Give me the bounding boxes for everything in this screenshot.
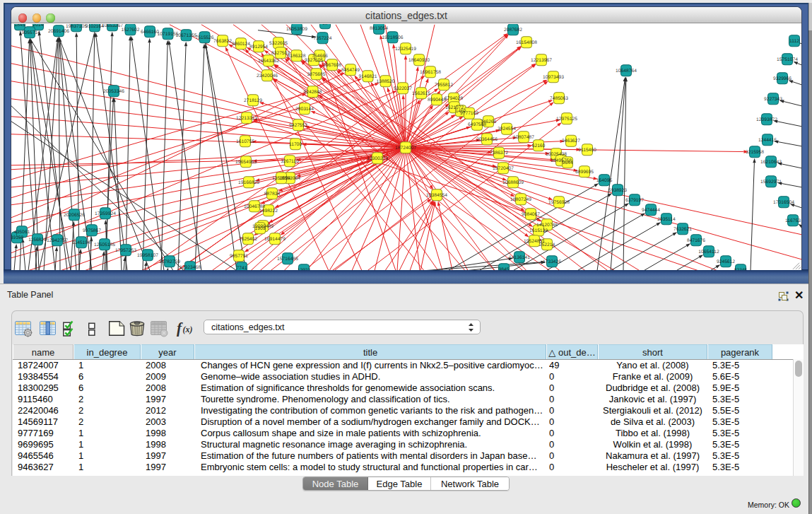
svg-text:1527602: 1527602 xyxy=(121,27,139,32)
svg-text:9084067: 9084067 xyxy=(522,211,540,216)
svg-text:6497568: 6497568 xyxy=(468,122,486,127)
svg-text:15716485: 15716485 xyxy=(277,256,298,261)
svg-text:12213313: 12213313 xyxy=(236,115,257,120)
svg-text:39159: 39159 xyxy=(11,235,24,240)
svg-text:19958107: 19958107 xyxy=(137,252,158,257)
svg-text:1244415: 1244415 xyxy=(758,137,777,142)
svg-text:1498222: 1498222 xyxy=(259,208,278,213)
svg-text:12325419: 12325419 xyxy=(395,46,416,51)
svg-text:20364456: 20364456 xyxy=(476,136,498,141)
svg-text:3824554: 3824554 xyxy=(498,127,516,132)
svg-text:1909: 1909 xyxy=(255,226,266,230)
svg-text:3267110: 3267110 xyxy=(281,158,299,163)
svg-text:8813054: 8813054 xyxy=(370,26,388,31)
svg-text:9474444: 9474444 xyxy=(642,207,660,212)
svg-text:6794028: 6794028 xyxy=(445,96,463,101)
svg-text:20053346: 20053346 xyxy=(103,88,124,93)
svg-text:19654963: 19654963 xyxy=(235,159,257,164)
svg-text:5938923: 5938923 xyxy=(608,187,627,192)
svg-text:252214: 252214 xyxy=(539,242,555,247)
svg-text:19837105: 19837105 xyxy=(66,24,87,29)
svg-text:754666: 754666 xyxy=(312,53,328,58)
svg-text:9327505: 9327505 xyxy=(305,57,323,62)
svg-text:1112: 1112 xyxy=(789,38,799,43)
svg-text:18640910: 18640910 xyxy=(408,57,430,62)
svg-text:15751074: 15751074 xyxy=(777,57,798,62)
svg-text:6466160: 6466160 xyxy=(141,29,159,34)
svg-text:2967608: 2967608 xyxy=(323,62,341,67)
svg-text:18724007: 18724007 xyxy=(395,145,416,150)
svg-text:3215958: 3215958 xyxy=(746,149,764,154)
svg-text:1733426: 1733426 xyxy=(543,259,561,264)
svg-text:9463627: 9463627 xyxy=(562,139,580,144)
svg-text:7632621: 7632621 xyxy=(673,226,692,231)
svg-text:19300273: 19300273 xyxy=(367,156,388,160)
svg-text:18807249: 18807249 xyxy=(510,197,531,201)
svg-text:17359924: 17359924 xyxy=(95,211,116,216)
svg-text:7485063: 7485063 xyxy=(550,95,568,100)
svg-text:9857791: 9857791 xyxy=(230,253,248,258)
svg-text:20206526: 20206526 xyxy=(64,212,85,217)
svg-text:9644: 9644 xyxy=(563,160,573,165)
svg-text:23420046: 23420046 xyxy=(257,73,278,78)
svg-text:82345: 82345 xyxy=(734,267,748,270)
svg-text:9975867: 9975867 xyxy=(83,228,101,233)
svg-text:10671355: 10671355 xyxy=(176,33,197,37)
svg-text:16543362: 16543362 xyxy=(258,58,279,63)
svg-text:435061: 435061 xyxy=(14,229,30,234)
svg-text:8912954: 8912954 xyxy=(249,44,268,49)
svg-text:10648764: 10648764 xyxy=(616,68,637,73)
svg-text:10653267: 10653267 xyxy=(102,24,123,28)
svg-text:17957253: 17957253 xyxy=(115,247,136,252)
svg-text:62160: 62160 xyxy=(532,143,546,148)
svg-text:116753: 116753 xyxy=(785,218,801,223)
svg-text:10025438: 10025438 xyxy=(546,151,567,156)
svg-text:8471676: 8471676 xyxy=(687,238,705,243)
svg-text:5322605: 5322605 xyxy=(269,40,288,45)
svg-text:1156829: 1156829 xyxy=(28,237,47,242)
svg-text:9245612: 9245612 xyxy=(717,259,735,264)
svg-text:1388520: 1388520 xyxy=(376,78,394,83)
svg-text:1353594: 1353594 xyxy=(272,175,290,180)
svg-text:2014: 2014 xyxy=(33,24,44,28)
svg-text:7663822: 7663822 xyxy=(213,38,232,43)
svg-text:10688609: 10688609 xyxy=(502,180,524,185)
svg-text:9242848: 9242848 xyxy=(303,89,322,94)
svg-text:19384554: 19384554 xyxy=(426,192,447,197)
svg-text:1615132: 1615132 xyxy=(529,228,548,233)
svg-text:3875685: 3875685 xyxy=(307,71,325,76)
svg-text:15720407: 15720407 xyxy=(493,165,514,170)
svg-text:2803144: 2803144 xyxy=(295,106,314,111)
svg-text:14136141: 14136141 xyxy=(509,255,530,259)
svg-text:12505185: 12505185 xyxy=(94,242,115,247)
svg-text:12213967: 12213967 xyxy=(531,57,552,62)
svg-text:16210643: 16210643 xyxy=(760,159,782,164)
svg-text:20691406: 20691406 xyxy=(48,28,69,33)
svg-text:19756928: 19756928 xyxy=(548,199,570,204)
svg-text:10654112: 10654112 xyxy=(698,249,719,254)
svg-text:11700: 11700 xyxy=(289,141,302,146)
svg-text:15692971: 15692971 xyxy=(760,179,782,184)
svg-text:9115460: 9115460 xyxy=(578,147,596,152)
svg-text:12923: 12923 xyxy=(298,267,311,270)
svg-text:2935114: 2935114 xyxy=(657,216,676,221)
svg-text:14120746: 14120746 xyxy=(536,222,558,227)
svg-text:16914479: 16914479 xyxy=(264,236,286,241)
svg-text:2718129: 2718129 xyxy=(244,98,262,103)
svg-text:19055714: 19055714 xyxy=(19,30,40,35)
svg-text:6899695: 6899695 xyxy=(575,169,594,174)
svg-text:9427552: 9427552 xyxy=(289,122,307,127)
svg-text:7741: 7741 xyxy=(237,265,247,270)
svg-text:19166825: 19166825 xyxy=(238,180,259,185)
svg-text:8186328: 8186328 xyxy=(287,53,305,58)
svg-text:16053809: 16053809 xyxy=(286,26,307,31)
svg-text:12975125: 12975125 xyxy=(556,116,577,121)
svg-text:7357224: 7357224 xyxy=(313,35,331,40)
svg-text:9845: 9845 xyxy=(499,267,510,270)
svg-text:16961758: 16961758 xyxy=(420,69,441,74)
svg-text:8454749: 8454749 xyxy=(341,67,360,72)
svg-text:12093872: 12093872 xyxy=(756,117,777,122)
svg-text:1562615: 1562615 xyxy=(412,90,430,95)
svg-text:1610755: 1610755 xyxy=(236,139,254,144)
svg-text:9860124: 9860124 xyxy=(232,41,250,46)
